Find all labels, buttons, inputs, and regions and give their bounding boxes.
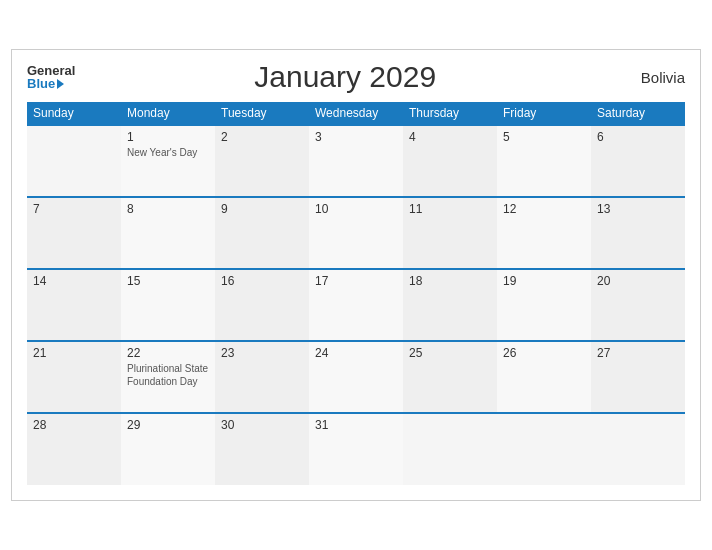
day-cell: 14 — [27, 269, 121, 341]
day-number: 14 — [33, 274, 115, 288]
day-number: 15 — [127, 274, 209, 288]
week-row-2: 78910111213 — [27, 197, 685, 269]
day-number: 5 — [503, 130, 585, 144]
day-cell: 15 — [121, 269, 215, 341]
day-cell: 3 — [309, 125, 403, 197]
header-friday: Friday — [497, 102, 591, 125]
day-number: 6 — [597, 130, 679, 144]
day-number: 9 — [221, 202, 303, 216]
header-tuesday: Tuesday — [215, 102, 309, 125]
day-number: 18 — [409, 274, 491, 288]
day-cell: 9 — [215, 197, 309, 269]
day-number: 13 — [597, 202, 679, 216]
day-number: 3 — [315, 130, 397, 144]
day-number: 17 — [315, 274, 397, 288]
day-number: 20 — [597, 274, 679, 288]
logo-triangle-icon — [57, 79, 64, 89]
day-number: 28 — [33, 418, 115, 432]
day-number: 26 — [503, 346, 585, 360]
day-number: 12 — [503, 202, 585, 216]
day-cell: 17 — [309, 269, 403, 341]
day-number: 21 — [33, 346, 115, 360]
week-row-5: 28293031 — [27, 413, 685, 485]
day-cell — [27, 125, 121, 197]
day-number: 1 — [127, 130, 209, 144]
day-cell: 23 — [215, 341, 309, 413]
day-number: 24 — [315, 346, 397, 360]
day-cell: 8 — [121, 197, 215, 269]
day-number: 4 — [409, 130, 491, 144]
header-monday: Monday — [121, 102, 215, 125]
header-saturday: Saturday — [591, 102, 685, 125]
day-cell: 11 — [403, 197, 497, 269]
header-wednesday: Wednesday — [309, 102, 403, 125]
day-number: 8 — [127, 202, 209, 216]
day-cell: 24 — [309, 341, 403, 413]
day-cell: 26 — [497, 341, 591, 413]
calendar-container: General Blue January 2029 Bolivia Sunday… — [11, 49, 701, 501]
day-number: 30 — [221, 418, 303, 432]
day-number: 23 — [221, 346, 303, 360]
day-cell: 20 — [591, 269, 685, 341]
day-cell: 7 — [27, 197, 121, 269]
day-number: 10 — [315, 202, 397, 216]
day-number: 2 — [221, 130, 303, 144]
week-row-4: 2122Plurinational State Foundation Day23… — [27, 341, 685, 413]
day-number: 27 — [597, 346, 679, 360]
day-cell: 28 — [27, 413, 121, 485]
day-cell: 31 — [309, 413, 403, 485]
day-cell — [497, 413, 591, 485]
day-cell: 22Plurinational State Foundation Day — [121, 341, 215, 413]
day-number: 16 — [221, 274, 303, 288]
weekday-header-row: Sunday Monday Tuesday Wednesday Thursday… — [27, 102, 685, 125]
day-number: 22 — [127, 346, 209, 360]
day-cell: 18 — [403, 269, 497, 341]
day-cell: 5 — [497, 125, 591, 197]
day-number: 19 — [503, 274, 585, 288]
day-cell: 2 — [215, 125, 309, 197]
header-thursday: Thursday — [403, 102, 497, 125]
day-cell — [403, 413, 497, 485]
day-cell: 13 — [591, 197, 685, 269]
calendar-grid: Sunday Monday Tuesday Wednesday Thursday… — [27, 102, 685, 485]
day-cell: 4 — [403, 125, 497, 197]
header-sunday: Sunday — [27, 102, 121, 125]
holiday-name: New Year's Day — [127, 146, 209, 159]
day-cell: 16 — [215, 269, 309, 341]
day-cell: 27 — [591, 341, 685, 413]
day-number: 7 — [33, 202, 115, 216]
day-cell: 21 — [27, 341, 121, 413]
day-cell: 30 — [215, 413, 309, 485]
day-number: 31 — [315, 418, 397, 432]
day-number: 29 — [127, 418, 209, 432]
calendar-title: January 2029 — [75, 60, 615, 94]
day-number: 11 — [409, 202, 491, 216]
holiday-name: Plurinational State Foundation Day — [127, 362, 209, 388]
week-row-3: 14151617181920 — [27, 269, 685, 341]
day-cell: 29 — [121, 413, 215, 485]
country-label: Bolivia — [615, 69, 685, 86]
logo-blue-text: Blue — [27, 77, 64, 90]
day-cell: 12 — [497, 197, 591, 269]
day-cell: 25 — [403, 341, 497, 413]
day-cell — [591, 413, 685, 485]
day-cell: 6 — [591, 125, 685, 197]
day-cell: 1New Year's Day — [121, 125, 215, 197]
week-row-1: 1New Year's Day23456 — [27, 125, 685, 197]
day-number: 25 — [409, 346, 491, 360]
calendar-header: General Blue January 2029 Bolivia — [27, 60, 685, 94]
day-cell: 10 — [309, 197, 403, 269]
day-cell: 19 — [497, 269, 591, 341]
logo-area: General Blue — [27, 64, 75, 90]
